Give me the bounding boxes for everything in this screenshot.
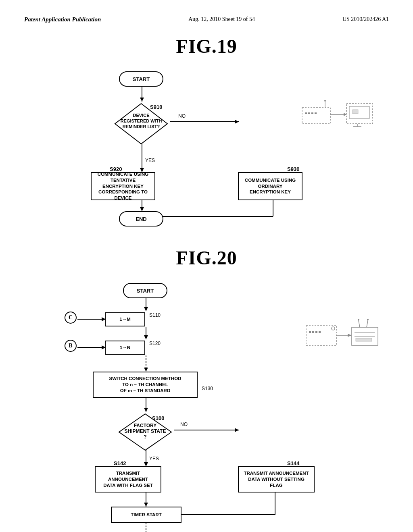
fig20-b-connector: B: [65, 340, 77, 352]
svg-rect-74: [319, 331, 321, 333]
svg-line-82: [359, 320, 360, 327]
svg-marker-57: [144, 503, 148, 507]
svg-marker-53: [235, 428, 239, 432]
svg-marker-1: [140, 98, 144, 102]
patent-number: US 2010/202426 A1: [342, 16, 389, 23]
svg-rect-34: [353, 110, 358, 114]
svg-text:DEVICE: DEVICE: [133, 113, 150, 118]
fig19-decision-node: DEVICE REGISTERED WITH REMINDER LIST?: [113, 102, 169, 148]
fig20-s130-label: S130: [202, 386, 213, 391]
svg-point-27: [324, 100, 326, 102]
svg-marker-44: [144, 368, 148, 372]
svg-text:S142: S142: [114, 460, 126, 466]
fig20-s120-label: S120: [149, 341, 161, 346]
svg-rect-21: [302, 108, 330, 124]
fig20-device-illustration: [304, 317, 381, 355]
fig20-s142-box: TRANSMIT ANNOUNCEMENT DATA WITH FLAG SET: [95, 466, 161, 493]
svg-text:NO: NO: [180, 422, 188, 427]
svg-rect-25: [315, 112, 317, 114]
fig19-s930-box: COMMUNICATE USING ORDINARY ENCRYPTION KE…: [238, 172, 302, 200]
svg-rect-24: [311, 112, 313, 114]
svg-rect-72: [312, 331, 314, 333]
svg-rect-23: [308, 112, 310, 114]
fig20-s144-box: TRANSMIT ANNOUNCEMENT DATA WITHOUT SETTI…: [238, 466, 315, 493]
svg-point-85: [367, 319, 369, 320]
svg-text:S144: S144: [287, 460, 300, 466]
fig20-s110-box: 1→M: [105, 312, 145, 326]
svg-text:REGISTERED WITH: REGISTERED WITH: [121, 118, 162, 123]
svg-text:YES: YES: [145, 158, 155, 163]
svg-marker-7: [235, 120, 239, 124]
svg-text:REMINDER LIST?: REMINDER LIST?: [123, 124, 160, 129]
fig19-title: FIG.19: [24, 35, 389, 57]
fig20-s130-box: SWITCH CONNECTION METHOD TO n – TH CHANN…: [93, 372, 198, 398]
fig19-end-node: END: [119, 211, 163, 227]
svg-marker-77: [348, 334, 352, 337]
fig20-decision-node: FACTORY SHIPMENT STATE ?: [117, 412, 173, 454]
fig20-s150-box: TIMER START: [111, 507, 181, 523]
svg-marker-17: [115, 104, 167, 144]
svg-text:SHIPMENT STATE: SHIPMENT STATE: [125, 428, 166, 434]
fig20-start-node: START: [123, 283, 167, 298]
fig20-c-connector: C: [65, 312, 77, 324]
publication-label: Patent Application Publication: [24, 16, 101, 23]
svg-rect-31: [349, 106, 369, 118]
svg-text:YES: YES: [149, 456, 159, 461]
page: Patent Application Publication Aug. 12, …: [0, 0, 413, 532]
svg-rect-81: [356, 338, 372, 341]
svg-marker-16: [140, 207, 144, 211]
fig20-title: FIG.20: [24, 247, 389, 269]
svg-rect-22: [305, 112, 307, 114]
fig20-s120-box: 1→N: [105, 341, 145, 355]
svg-marker-40: [144, 335, 148, 339]
svg-marker-49: [144, 462, 148, 466]
fig19-start-node: START: [119, 71, 163, 87]
svg-text:S930: S930: [287, 166, 299, 172]
fig20-flowchart: S100 YES S142 NO S144 S150: [24, 277, 389, 532]
svg-text:FACTORY: FACTORY: [134, 423, 157, 428]
svg-line-84: [367, 320, 368, 327]
svg-point-83: [358, 319, 359, 320]
svg-rect-71: [309, 331, 311, 333]
svg-marker-36: [144, 307, 148, 311]
fig19-device-illustration: [300, 98, 377, 131]
fig19-flowchart: S910 YES NO S920 S930: [24, 65, 389, 235]
sheet-info: Aug. 12, 2010 Sheet 19 of 54: [188, 16, 255, 23]
svg-text:NO: NO: [178, 113, 186, 119]
fig19-s920-box: COMMUNICATE USING TENTATIVE ENCRYPTION K…: [91, 172, 155, 200]
svg-marker-46: [144, 408, 148, 412]
svg-text:?: ?: [144, 434, 146, 440]
svg-rect-73: [315, 331, 317, 333]
fig20-s110-label: S110: [149, 312, 161, 318]
page-header: Patent Application Publication Aug. 12, …: [24, 16, 389, 23]
